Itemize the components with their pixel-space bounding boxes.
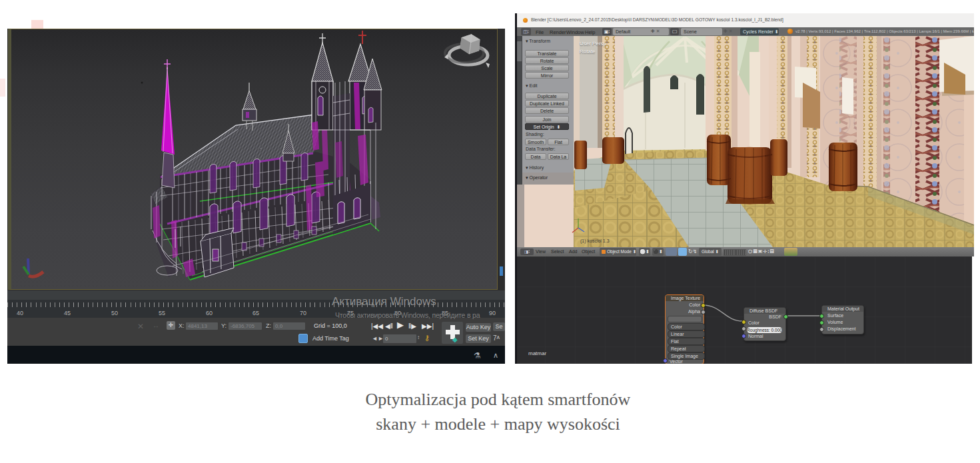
svg-text:(1) kosciol 1.3: (1) kosciol 1.3 bbox=[580, 238, 610, 244]
